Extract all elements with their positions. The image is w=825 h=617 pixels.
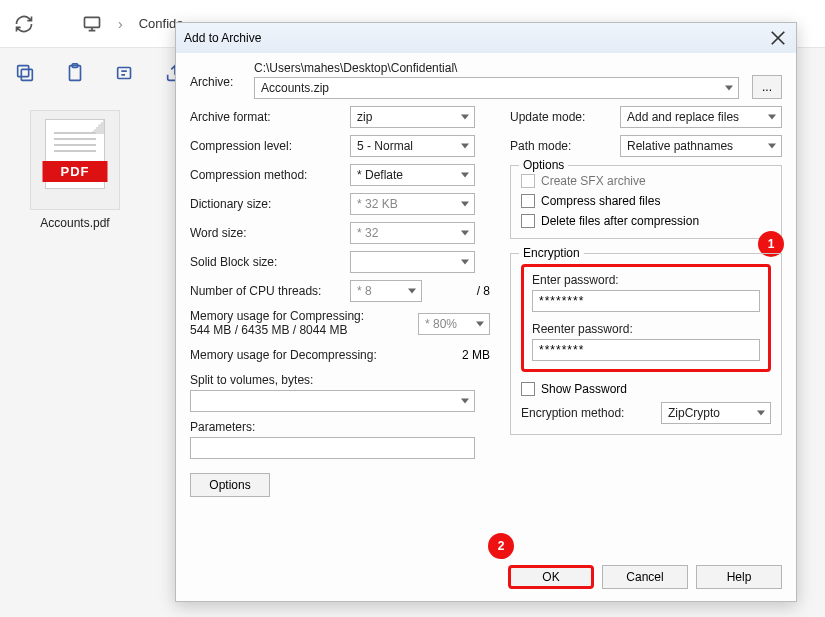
reenter-password-input[interactable]: ******** [532, 339, 760, 361]
update-mode-label: Update mode: [510, 110, 620, 124]
encryption-method-label: Encryption method: [521, 406, 641, 420]
path-mode-label: Path mode: [510, 139, 620, 153]
monitor-icon[interactable] [82, 14, 102, 34]
compression-method-label: Compression method: [190, 168, 350, 182]
split-label: Split to volumes, bytes: [190, 373, 490, 387]
mem-compress-label: Memory usage for Compressing: [190, 309, 390, 323]
close-icon[interactable] [768, 28, 788, 48]
right-column: Update mode: Add and replace files Path … [510, 106, 782, 497]
compress-shared-checkbox[interactable]: Compress shared files [521, 194, 771, 208]
solid-block-label: Solid Block size: [190, 255, 350, 269]
archive-format-combo[interactable]: zip [350, 106, 475, 128]
reenter-password-label: Reenter password: [532, 322, 760, 336]
ok-button[interactable]: OK [508, 565, 594, 589]
options-groupbox: Options Create SFX archive Compress shar… [510, 165, 782, 239]
solid-block-combo[interactable] [350, 251, 475, 273]
browse-button[interactable]: ... [752, 75, 782, 99]
show-password-checkbox[interactable]: Show Password [521, 382, 771, 396]
mem-compress-combo[interactable]: * 80% [418, 313, 490, 335]
dialog-titlebar: Add to Archive [176, 23, 796, 53]
clipboard-icon[interactable] [64, 62, 86, 84]
mem-decompress-value: 2 MB [462, 348, 490, 362]
options-button[interactable]: Options [190, 473, 270, 497]
archive-path-text: C:\Users\mahes\Desktop\Confidential\ [254, 61, 744, 75]
encryption-groupbox: Encryption Enter password: ******** Reen… [510, 253, 782, 435]
svg-rect-1 [21, 69, 32, 80]
help-button[interactable]: Help [696, 565, 782, 589]
mem-compress-detail: 544 MB / 6435 MB / 8044 MB [190, 323, 390, 337]
svg-rect-2 [18, 66, 29, 77]
cpu-threads-label: Number of CPU threads: [190, 284, 350, 298]
split-combo[interactable] [190, 390, 475, 412]
pdf-thumbnail: PDF [30, 110, 120, 210]
callout-2: 2 [488, 533, 514, 559]
archive-label: Archive: [190, 61, 254, 89]
cancel-button[interactable]: Cancel [602, 565, 688, 589]
encryption-legend: Encryption [519, 246, 584, 260]
encryption-highlight: Enter password: ******** Reenter passwor… [521, 264, 771, 372]
path-mode-combo[interactable]: Relative pathnames [620, 135, 782, 157]
encryption-method-combo[interactable]: ZipCrypto [661, 402, 771, 424]
word-size-label: Word size: [190, 226, 350, 240]
cpu-threads-combo[interactable]: * 8 [350, 280, 422, 302]
rename-icon[interactable] [114, 62, 136, 84]
word-size-combo[interactable]: * 32 [350, 222, 475, 244]
svg-rect-0 [85, 17, 100, 27]
compression-level-combo[interactable]: 5 - Normal [350, 135, 475, 157]
dictionary-size-label: Dictionary size: [190, 197, 350, 211]
enter-password-input[interactable]: ******** [532, 290, 760, 312]
compression-level-label: Compression level: [190, 139, 350, 153]
parameters-input[interactable] [190, 437, 475, 459]
cpu-threads-total: / 8 [477, 284, 490, 298]
options-legend: Options [519, 158, 568, 172]
archive-name-combo[interactable]: Accounts.zip [254, 77, 739, 99]
update-mode-combo[interactable]: Add and replace files [620, 106, 782, 128]
compression-method-combo[interactable]: * Deflate [350, 164, 475, 186]
file-label: Accounts.pdf [20, 216, 130, 230]
dialog-title: Add to Archive [184, 31, 768, 45]
add-to-archive-dialog: Add to Archive Archive: C:\Users\mahes\D… [175, 22, 797, 602]
copy-icon[interactable] [14, 62, 36, 84]
dictionary-size-combo[interactable]: * 32 KB [350, 193, 475, 215]
pdf-badge: PDF [43, 161, 108, 182]
mem-decompress-label: Memory usage for Decompressing: [190, 348, 462, 362]
archive-format-label: Archive format: [190, 110, 350, 124]
chevron-right-icon: › [116, 16, 125, 32]
file-item[interactable]: PDF Accounts.pdf [20, 110, 130, 230]
enter-password-label: Enter password: [532, 273, 760, 287]
left-column: Archive format: zip Compression level: 5… [190, 106, 490, 497]
svg-rect-5 [118, 68, 131, 79]
delete-after-checkbox[interactable]: Delete files after compression [521, 214, 771, 228]
create-sfx-checkbox[interactable]: Create SFX archive [521, 174, 771, 188]
parameters-label: Parameters: [190, 420, 490, 434]
refresh-icon[interactable] [14, 14, 34, 34]
dialog-footer: OK Cancel Help [508, 565, 782, 589]
